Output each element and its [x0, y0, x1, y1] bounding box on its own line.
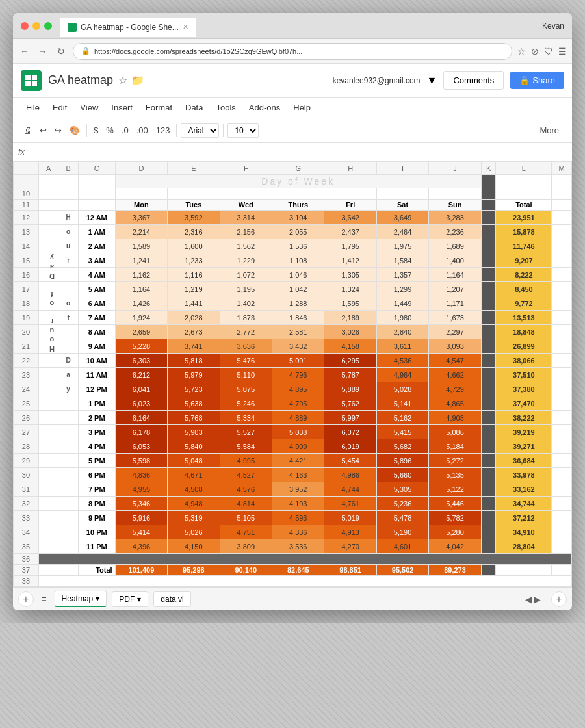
- cell-28-0[interactable]: 6,053: [115, 439, 167, 454]
- cell-27-6[interactable]: 5,086: [429, 425, 481, 439]
- cell-15-1[interactable]: 1,233: [168, 254, 220, 268]
- cell-13-4[interactable]: 2,437: [324, 225, 376, 239]
- add-sheet-right-button[interactable]: +: [551, 592, 567, 607]
- cell-31-4[interactable]: 4,744: [324, 482, 376, 497]
- cell-33-2[interactable]: 5,105: [220, 511, 272, 525]
- percent-button[interactable]: %: [103, 124, 116, 136]
- decimal-increase-button[interactable]: .00: [134, 124, 151, 136]
- cell-13-2[interactable]: 2,156: [220, 225, 272, 239]
- cell-17-0[interactable]: 1,164: [115, 282, 167, 296]
- cell-33-6[interactable]: 5,782: [429, 511, 481, 525]
- cell-19-3[interactable]: 1,846: [272, 311, 324, 325]
- cell-13-5[interactable]: 2,464: [376, 225, 428, 239]
- cell-25-6[interactable]: 4,865: [429, 396, 481, 411]
- col-header-c[interactable]: C: [78, 162, 115, 175]
- col-header-a[interactable]: A: [38, 162, 58, 175]
- cell-16-5[interactable]: 1,357: [376, 268, 428, 282]
- cell-26-6[interactable]: 4,908: [429, 411, 481, 425]
- menu-file[interactable]: File: [21, 100, 45, 115]
- sheet-next-button[interactable]: ▶: [534, 594, 541, 604]
- cell-20-5[interactable]: 2,840: [376, 325, 428, 339]
- cell-32-5[interactable]: 5,236: [376, 497, 428, 511]
- cell-28-3[interactable]: 4,909: [272, 439, 324, 454]
- cell-15-5[interactable]: 1,584: [376, 254, 428, 268]
- cell-30-2[interactable]: 4,527: [220, 468, 272, 482]
- cell-18-3[interactable]: 1,288: [272, 296, 324, 311]
- cell-17-3[interactable]: 1,042: [272, 282, 324, 296]
- cell-29-2[interactable]: 4,995: [220, 454, 272, 468]
- browser-tab[interactable]: GA heatmap - Google She... ✕: [60, 18, 196, 37]
- cell-21-4[interactable]: 4,158: [324, 339, 376, 354]
- cell-23-0[interactable]: 6,212: [115, 368, 167, 382]
- cell-12-0[interactable]: 3,367: [115, 211, 167, 225]
- cell-14-4[interactable]: 1,795: [324, 239, 376, 254]
- cell-27-2[interactable]: 5,527: [220, 425, 272, 439]
- cell-27-0[interactable]: 6,178: [115, 425, 167, 439]
- cell-21-0[interactable]: 5,228: [115, 339, 167, 354]
- cell-28-1[interactable]: 5,840: [168, 439, 220, 454]
- cell-28-6[interactable]: 5,184: [429, 439, 481, 454]
- currency-button[interactable]: $: [91, 124, 101, 136]
- sheet-tab-pdf[interactable]: PDF ▾: [112, 592, 148, 607]
- cell-27-1[interactable]: 5,903: [168, 425, 220, 439]
- cell-35-3[interactable]: 3,536: [272, 540, 324, 554]
- cell-19-6[interactable]: 1,673: [429, 311, 481, 325]
- cell-13-6[interactable]: 2,236: [429, 225, 481, 239]
- cell-13-3[interactable]: 2,055: [272, 225, 324, 239]
- cell-34-6[interactable]: 5,280: [429, 525, 481, 540]
- cell-31-3[interactable]: 3,952: [272, 482, 324, 497]
- cell-30-5[interactable]: 5,660: [376, 468, 428, 482]
- cell-12-4[interactable]: 3,642: [324, 211, 376, 225]
- menu-tools[interactable]: Tools: [211, 100, 240, 115]
- menu-addons[interactable]: Add-ons: [244, 100, 285, 115]
- cell-22-3[interactable]: 5,091: [272, 354, 324, 368]
- menu-data[interactable]: Data: [180, 100, 208, 115]
- cell-19-5[interactable]: 1,980: [376, 311, 428, 325]
- cell-22-6[interactable]: 4,547: [429, 354, 481, 368]
- cell-21-1[interactable]: 3,741: [168, 339, 220, 354]
- col-header-g[interactable]: G: [272, 162, 324, 175]
- cell-20-1[interactable]: 2,673: [168, 325, 220, 339]
- cell-21-2[interactable]: 3,636: [220, 339, 272, 354]
- cell-21-5[interactable]: 3,611: [376, 339, 428, 354]
- cell-25-3[interactable]: 4,795: [272, 396, 324, 411]
- cell-18-4[interactable]: 1,595: [324, 296, 376, 311]
- cell-20-0[interactable]: 2,659: [115, 325, 167, 339]
- cell-26-3[interactable]: 4,889: [272, 411, 324, 425]
- cell-14-0[interactable]: 1,589: [115, 239, 167, 254]
- cell-13-0[interactable]: 2,214: [115, 225, 167, 239]
- cell-17-1[interactable]: 1,219: [168, 282, 220, 296]
- cell-14-2[interactable]: 1,562: [220, 239, 272, 254]
- back-button[interactable]: ←: [18, 45, 31, 58]
- menu-help[interactable]: Help: [288, 100, 316, 115]
- cell-15-0[interactable]: 1,241: [115, 254, 167, 268]
- more-button[interactable]: More: [534, 124, 564, 136]
- cell-20-6[interactable]: 2,297: [429, 325, 481, 339]
- cell-29-1[interactable]: 5,048: [168, 454, 220, 468]
- menu-view[interactable]: View: [75, 100, 103, 115]
- cell-31-0[interactable]: 4,955: [115, 482, 167, 497]
- cell-16-1[interactable]: 1,116: [168, 268, 220, 282]
- cell-31-6[interactable]: 5,122: [429, 482, 481, 497]
- paint-format-button[interactable]: 🎨: [67, 124, 83, 136]
- cell-17-2[interactable]: 1,195: [220, 282, 272, 296]
- cell-18-1[interactable]: 1,441: [168, 296, 220, 311]
- cell-25-0[interactable]: 6,023: [115, 396, 167, 411]
- cell-16-6[interactable]: 1,164: [429, 268, 481, 282]
- menu-edit[interactable]: Edit: [47, 100, 72, 115]
- cell-29-0[interactable]: 5,598: [115, 454, 167, 468]
- cell-29-5[interactable]: 5,896: [376, 454, 428, 468]
- cell-18-0[interactable]: 1,426: [115, 296, 167, 311]
- undo-button[interactable]: ↩: [37, 124, 49, 136]
- cell-20-2[interactable]: 2,772: [220, 325, 272, 339]
- cell-19-2[interactable]: 1,873: [220, 311, 272, 325]
- cell-26-1[interactable]: 5,768: [168, 411, 220, 425]
- col-header-m[interactable]: M: [552, 162, 572, 175]
- cell-28-4[interactable]: 6,019: [324, 439, 376, 454]
- cell-25-2[interactable]: 5,246: [220, 396, 272, 411]
- cell-35-2[interactable]: 3,809: [220, 540, 272, 554]
- font-selector[interactable]: Arial: [181, 124, 219, 138]
- cell-29-6[interactable]: 5,272: [429, 454, 481, 468]
- folder-icon[interactable]: 📁: [131, 74, 144, 86]
- star-icon[interactable]: ☆: [118, 74, 127, 86]
